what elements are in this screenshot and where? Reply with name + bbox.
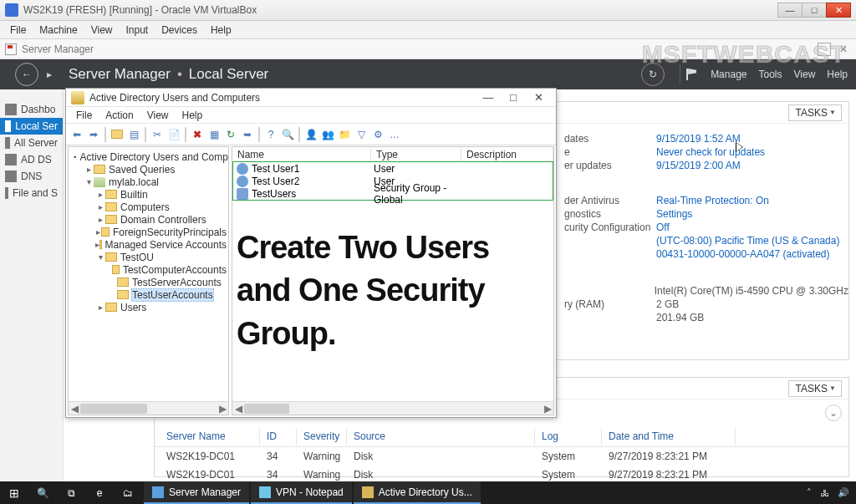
start-button[interactable]: ⊞ [0, 481, 28, 504]
col-name[interactable]: Name [232, 147, 371, 161]
explorer-icon[interactable]: 🗂 [114, 481, 142, 504]
breadcrumb-section[interactable]: Local Server [189, 66, 268, 83]
vb-menu-machine[interactable]: Machine [33, 23, 84, 38]
col-description[interactable]: Description [461, 147, 553, 161]
tasks-dropdown[interactable]: TASKS [788, 104, 842, 121]
prop-value[interactable]: 9/15/2019 2:00 AM [656, 160, 741, 171]
aduc-titlebar[interactable]: Active Directory Users and Computers — □… [66, 89, 556, 107]
new-user-icon[interactable]: 👤 [303, 127, 318, 142]
up-folder-icon[interactable] [110, 127, 125, 142]
tree-h-scrollbar[interactable]: ◀▶ [69, 401, 228, 415]
vb-menu-input[interactable]: Input [120, 23, 155, 38]
tasks-dropdown[interactable]: TASKS [788, 380, 842, 397]
tree-domain-controllers[interactable]: ▸Domain Controllers [70, 213, 227, 226]
vb-menu-help[interactable]: Help [204, 23, 238, 38]
aduc-maximize-button[interactable]: □ [501, 91, 526, 104]
nav-forward-icon[interactable]: ➡ [86, 127, 101, 142]
properties-icon[interactable]: ▦ [206, 127, 222, 142]
tree-fsp[interactable]: ▸ForeignSecurityPrincipals [70, 226, 227, 238]
search-button[interactable]: 🔍 [28, 481, 57, 504]
vb-menu-devices[interactable]: Devices [155, 23, 204, 38]
add-to-group-icon[interactable]: ⚙ [370, 127, 385, 142]
tree-test-server-accounts[interactable]: TestServerAccounts [70, 276, 227, 288]
prop-value[interactable]: Off [656, 221, 670, 233]
vb-close-button[interactable]: ✕ [826, 3, 851, 18]
notifications-flag-icon[interactable] [684, 67, 699, 82]
sidebar-item-ad-ds[interactable]: AD DS [0, 151, 63, 168]
tree-test-user-accounts[interactable]: TestUserAccounts [70, 288, 227, 301]
tree-saved-queries[interactable]: ▸Saved Queries [70, 163, 227, 176]
more-icon[interactable]: … [387, 127, 402, 142]
new-group-icon[interactable]: 👥 [320, 127, 335, 142]
vb-menu-file[interactable]: File [3, 23, 33, 38]
system-tray[interactable]: ˄ 🖧 🔊 [800, 487, 856, 498]
aduc-menu-action[interactable]: Action [99, 109, 140, 122]
list-item[interactable]: TestUsersSecurity Group - Global [233, 187, 553, 200]
taskbar-item-aduc[interactable]: Active Directory Us... [354, 481, 481, 504]
prop-value[interactable]: 9/15/2019 1:52 AM [656, 133, 741, 145]
col-source[interactable]: Source [347, 428, 535, 445]
sidebar-item-all-servers[interactable]: All Server [0, 135, 63, 151]
aduc-menu-view[interactable]: View [140, 109, 176, 122]
col-server[interactable]: Server Name [160, 428, 260, 445]
aduc-close-button[interactable]: ✕ [526, 91, 551, 104]
tree-builtin[interactable]: ▸Builtin [70, 188, 227, 201]
col-type[interactable]: Type [371, 147, 461, 161]
prop-value[interactable]: 00431-10000-00000-AA047 (activated) [656, 248, 829, 260]
col-datetime[interactable]: Date and Time [602, 428, 736, 445]
cut-icon[interactable]: ✂ [150, 127, 165, 142]
tree-root[interactable]: ▪Active Directory Users and Computers [W [70, 150, 227, 163]
copy-icon[interactable]: 📄 [166, 127, 181, 142]
sidebar-item-dns[interactable]: DNS [0, 168, 63, 185]
tree-test-computer-accounts[interactable]: TestComputerAccounts [70, 263, 227, 276]
sidebar-item-file-storage[interactable]: File and S [0, 185, 63, 201]
task-view-button[interactable]: ⧉ [57, 481, 85, 504]
find-icon[interactable]: 🔍 [280, 127, 295, 142]
aduc-minimize-button[interactable]: — [476, 91, 501, 104]
vb-minimize-button[interactable]: — [777, 3, 802, 18]
aduc-menu-help[interactable]: Help [176, 109, 210, 122]
tree-domain[interactable]: ▾mylab.local [70, 176, 227, 188]
tree-testou[interactable]: ▾TestOU [70, 251, 227, 263]
breadcrumb-app[interactable]: Server Manager [69, 66, 171, 83]
tray-sound-icon[interactable]: 🔊 [838, 487, 849, 498]
tree-users[interactable]: ▸Users [70, 301, 227, 313]
nav-back-icon[interactable]: ⬅ [69, 127, 84, 142]
prop-value[interactable]: Real-Time Protection: On [656, 195, 769, 206]
taskbar-item-notepad[interactable]: VPN - Notepad [251, 481, 352, 504]
prop-value[interactable]: (UTC-08:00) Pacific Time (US & Canada) [656, 235, 839, 247]
list-h-scrollbar[interactable]: ◀▶ [232, 401, 553, 415]
export-icon[interactable]: ➥ [240, 127, 255, 142]
menu-view[interactable]: View [794, 69, 816, 80]
tree-computers[interactable]: ▸Computers [70, 201, 227, 213]
col-log[interactable]: Log [535, 428, 602, 445]
delete-icon[interactable]: ✖ [190, 127, 205, 142]
filter-icon[interactable]: ▽ [354, 127, 369, 142]
help-icon[interactable]: ? [263, 127, 278, 142]
sidebar-item-dashboard[interactable]: Dashbo [0, 101, 63, 118]
prop-value[interactable]: Settings [656, 208, 692, 220]
new-ou-icon[interactable]: 📁 [337, 127, 352, 142]
tray-network-icon[interactable]: 🖧 [820, 488, 829, 498]
col-id[interactable]: ID [260, 428, 297, 445]
event-row[interactable]: WS2K19-DC01 34 Warning Disk System 9/27/… [155, 447, 848, 466]
list-item[interactable]: Test User1User [233, 162, 553, 175]
vb-maximize-button[interactable]: □ [802, 3, 827, 18]
sidebar-item-local-server[interactable]: Local Ser [0, 118, 63, 135]
show-hide-tree-icon[interactable]: ▤ [126, 127, 141, 142]
menu-tools[interactable]: Tools [759, 69, 782, 80]
menu-help[interactable]: Help [827, 69, 848, 80]
nav-back-button[interactable]: ← [15, 63, 38, 86]
vb-menu-view[interactable]: View [84, 23, 120, 38]
col-severity[interactable]: Severity [297, 428, 347, 445]
nav-fwd-button[interactable]: ▸ [42, 63, 57, 86]
ie-icon[interactable]: e [85, 481, 114, 504]
taskbar-item-server-manager[interactable]: Server Manager [144, 481, 249, 504]
tray-chevron-icon[interactable]: ˄ [807, 487, 812, 498]
aduc-menu-file[interactable]: File [69, 109, 99, 122]
refresh-icon[interactable]: ↻ [223, 127, 238, 142]
collapse-button[interactable]: ⌄ [825, 405, 842, 421]
prop-value[interactable]: Never check for updates [656, 146, 765, 158]
menu-manage[interactable]: Manage [711, 69, 746, 80]
tree-msa[interactable]: ▸Managed Service Accounts [70, 238, 227, 251]
